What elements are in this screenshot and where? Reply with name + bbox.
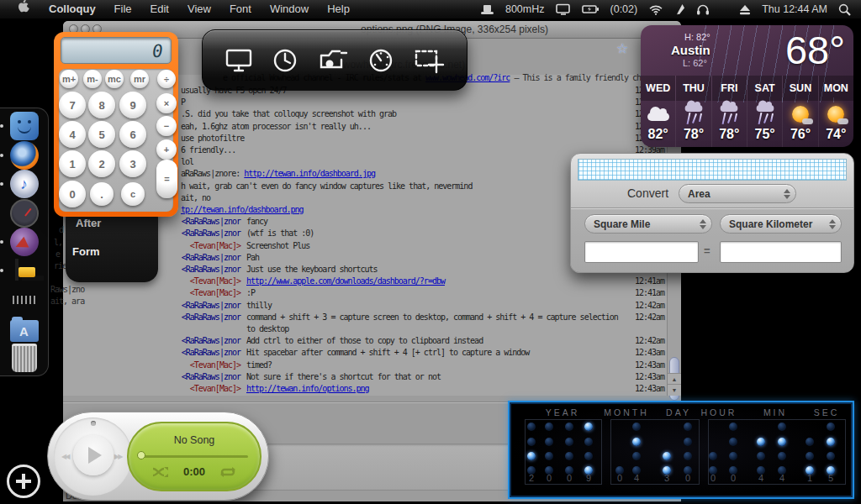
calc-button-0[interactable]: 0	[59, 181, 86, 207]
calc-button-2[interactable]: 2	[88, 150, 115, 177]
chat-nick: <Tevan[Mac]>	[181, 288, 240, 297]
calc-button-5[interactable]: 5	[88, 121, 115, 148]
dock-divider-icon	[10, 295, 39, 305]
dock-item-transmit[interactable]	[8, 256, 40, 285]
forecast-temp: 74°	[819, 127, 853, 142]
calc-button-−[interactable]: −	[156, 116, 177, 136]
cloud-graphic	[647, 113, 669, 121]
dock-item-dashboard[interactable]	[8, 198, 40, 227]
dock-item-firefox[interactable]	[8, 140, 40, 169]
repeat-icon[interactable]	[219, 466, 237, 478]
calc-button-=[interactable]: =	[156, 160, 177, 198]
timed-capture-icon[interactable]	[270, 46, 300, 75]
led-off	[584, 438, 593, 446]
dock-trash-icon[interactable]	[12, 344, 37, 372]
dock-colloquy-icon[interactable]	[10, 228, 39, 256]
pen-icon[interactable]	[674, 3, 685, 16]
selection-capture-icon[interactable]	[412, 46, 446, 75]
calc-button-1[interactable]: 1	[59, 150, 86, 177]
chat-row: <RaRaRaws|znorAdd ctrl to either of thos…	[64, 336, 668, 348]
menu-file[interactable]: File	[105, 0, 141, 18]
battery-icon[interactable]	[582, 4, 600, 14]
eject-icon[interactable]	[739, 4, 751, 15]
rewind-button[interactable]: ◀◀	[61, 453, 68, 460]
play-button[interactable]	[73, 435, 114, 475]
lightning-graphic	[722, 113, 726, 124]
calc-button-m-[interactable]: m-	[83, 70, 102, 88]
calc-button-3[interactable]: 3	[119, 150, 146, 177]
running-indicator	[0, 124, 3, 128]
chat-link[interactable]: http://tewan.info/options.png	[246, 384, 369, 393]
window-capture-icon[interactable]	[316, 46, 350, 75]
dock-itunes-icon[interactable]: ♪	[10, 170, 39, 198]
topic-text-2: – This is a family friendly ch	[510, 73, 641, 82]
chat-nick: <RaRaRaws|znor	[181, 301, 240, 310]
from-value-input[interactable]	[584, 241, 699, 263]
chat-row: <RaRaRaws|znorthilly12:42am	[64, 301, 668, 312]
calc-button-8[interactable]: 8	[88, 92, 115, 118]
headphones-icon[interactable]	[696, 3, 710, 15]
chat-link[interactable]: http://tewan.info/dashboard.jpg	[244, 169, 375, 178]
to-value-input[interactable]	[720, 241, 842, 263]
menu-window[interactable]: Window	[261, 0, 318, 18]
dock-firefox-icon[interactable]	[10, 141, 39, 170]
scroll-down-button[interactable]: ▼	[668, 384, 681, 396]
select-arrows-icon	[783, 189, 790, 199]
search-icon[interactable]	[838, 3, 851, 16]
dock-item-finder[interactable]	[8, 112, 40, 140]
track-progress[interactable]	[142, 455, 248, 458]
forecast-temp: 78°	[712, 127, 747, 142]
calc-button-6[interactable]: 6	[119, 121, 146, 148]
chat-link[interactable]: http://www.apple.com/downloads/dashboard…	[246, 276, 445, 286]
chat-message: P	[181, 97, 185, 107]
calc-button-9[interactable]: 9	[119, 92, 146, 118]
chat-link[interactable]: tp://tewan.info/dashboard.png	[181, 205, 304, 214]
dock-finder-icon[interactable]	[10, 112, 39, 140]
led-off	[729, 452, 737, 460]
scroll-up-button[interactable]: ▲	[668, 373, 681, 385]
menu-font[interactable]: Font	[220, 0, 261, 18]
display-capture-icon[interactable]	[224, 46, 254, 75]
menu-app-name[interactable]: Colloquy	[40, 0, 105, 18]
dock-item-applications[interactable]: A	[8, 314, 40, 343]
clock-label-year: YEAR	[546, 407, 580, 417]
top-hat-icon[interactable]	[480, 3, 494, 16]
menu-view[interactable]: View	[178, 0, 220, 18]
dock-dashboard-icon[interactable]	[10, 199, 39, 228]
calc-button-m+[interactable]: m+	[60, 70, 78, 88]
running-indicator	[0, 240, 3, 244]
category-select[interactable]: Area	[679, 184, 796, 203]
dock-item-itunes[interactable]: ♪	[8, 170, 40, 198]
from-unit-select[interactable]: Square Mile	[584, 214, 712, 234]
dock-item-divider	[8, 286, 40, 314]
to-unit-select[interactable]: Square Kilometer	[720, 214, 842, 234]
apple-menu-icon[interactable]	[8, 0, 40, 19]
timer-icon[interactable]	[366, 46, 396, 75]
dock-item-trash[interactable]	[8, 344, 40, 372]
chat-message: use photofiltre	[181, 134, 244, 143]
calc-button-7[interactable]: 7	[59, 92, 86, 118]
calc-button-×[interactable]: ×	[156, 93, 177, 113]
calc-button-c[interactable]: c	[121, 182, 145, 206]
fast-forward-button[interactable]: ▶▶	[114, 453, 121, 460]
running-indicator	[0, 182, 3, 186]
shuffle-icon[interactable]	[151, 466, 170, 478]
chat-nick: <Tevan[Mac]>	[181, 276, 240, 286]
menu-help[interactable]: Help	[318, 0, 359, 18]
dock-applications-icon[interactable]: A	[10, 320, 39, 342]
calc-button-mc[interactable]: mc	[105, 70, 124, 88]
wifi-icon[interactable]	[648, 4, 663, 15]
dock-transmit-icon[interactable]	[10, 256, 39, 285]
menu-edit[interactable]: Edit	[141, 0, 178, 18]
menu-clock[interactable]: Thu 12:44 AM	[762, 3, 827, 15]
dock-item-colloquy[interactable]	[8, 228, 40, 256]
calc-button-÷[interactable]: ÷	[157, 70, 176, 88]
calc-button-mr[interactable]: mr	[130, 70, 149, 88]
add-widget-button[interactable]	[7, 465, 40, 498]
calc-button-4[interactable]: 4	[59, 121, 86, 148]
calc-button-.[interactable]: .	[90, 182, 114, 206]
display-icon[interactable]	[556, 3, 571, 15]
weather-widget[interactable]: H: 82° Austin L: 62° 68° WED82°THU78°FRI…	[641, 25, 853, 147]
calc-button-+[interactable]: +	[156, 139, 177, 160]
track-knob[interactable]	[137, 451, 145, 459]
